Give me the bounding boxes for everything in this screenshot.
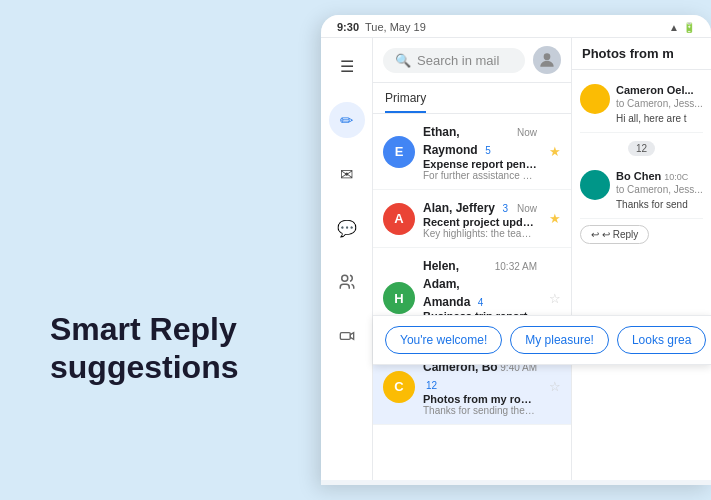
email-body: Ethan, Raymond 5 Now Expense report pend… <box>423 122 537 181</box>
reply-icon: ↩ <box>591 229 599 240</box>
star-empty-icon[interactable]: ☆ <box>549 291 561 306</box>
smart-reply-button-1[interactable]: You're welcome! <box>385 326 502 354</box>
right-meta: to Cameron, Jess... <box>616 98 703 109</box>
reply-label: ↩ Reply <box>602 229 638 240</box>
email-preview: Thanks for sending them along... <box>423 405 537 416</box>
hero-text: Smart Reply suggestions <box>50 310 238 387</box>
hero-line1: Smart Reply <box>50 310 238 348</box>
status-bar: 9:30 Tue, May 19 ▲ 🔋 <box>321 15 711 38</box>
star-icon[interactable]: ★ <box>549 144 561 159</box>
avatar: C <box>383 371 415 403</box>
compose-icon[interactable]: ✏ <box>329 102 365 138</box>
reply-button[interactable]: ↩ ↩ Reply <box>580 225 649 244</box>
menu-icon[interactable]: ☰ <box>329 48 365 84</box>
search-bar: 🔍 Search in mail <box>373 38 571 83</box>
chat-icon[interactable]: 💬 <box>329 210 365 246</box>
status-date: Tue, May 19 <box>365 21 426 33</box>
right-email-body: Bo Chen 10:0C to Cameron, Jess... Thanks… <box>616 170 703 212</box>
email-sender: Alan, Jeffery <box>423 201 495 215</box>
email-subject: Expense report pending <box>423 158 537 170</box>
email-sender: Ethan, Raymond <box>423 125 478 157</box>
email-preview: Key highlights: the team has... <box>423 228 537 239</box>
main-content: 🔍 Search in mail Primary E <box>373 38 571 480</box>
right-avatar <box>580 84 610 114</box>
right-email-item: Cameron Oel... to Cameron, Jess... Hi al… <box>580 78 703 133</box>
email-sender: Helen, Adam, Amanda <box>423 259 470 309</box>
email-list: E Ethan, Raymond 5 Now Expense report pe… <box>373 114 571 480</box>
smart-reply-button-2[interactable]: My pleasure! <box>510 326 571 354</box>
avatar: H <box>383 282 415 314</box>
email-item[interactable]: E Ethan, Raymond 5 Now Expense report pe… <box>373 114 571 190</box>
email-subject: Recent project updates <box>423 216 537 228</box>
svg-rect-1 <box>340 333 350 340</box>
email-subject: Photos from my road trip <box>423 393 537 405</box>
star-empty-icon[interactable]: ☆ <box>549 379 561 394</box>
email-body: Alan, Jeffery 3 Now Recent project updat… <box>423 198 537 239</box>
video-icon[interactable] <box>329 318 365 354</box>
email-count: 4 <box>478 297 484 308</box>
wifi-icon: ▲ <box>669 22 679 33</box>
avatar: E <box>383 136 415 168</box>
email-time: Now <box>517 203 537 214</box>
email-time: Now <box>517 127 537 138</box>
email-count: 5 <box>485 145 491 156</box>
sidebar: ☰ ✏ ✉ 💬 <box>321 38 373 480</box>
right-email-body: Cameron Oel... to Cameron, Jess... Hi al… <box>616 84 703 126</box>
right-preview: Hi all, here are t <box>616 112 703 126</box>
email-count: 3 <box>502 203 508 214</box>
svg-marker-2 <box>350 333 353 340</box>
hero-line2: suggestions <box>50 348 238 386</box>
avatar: A <box>383 203 415 235</box>
battery-icon: 🔋 <box>683 22 695 33</box>
svg-point-0 <box>341 275 347 281</box>
email-time: 10:32 AM <box>495 261 537 272</box>
right-email-item: Bo Chen 10:0C to Cameron, Jess... Thanks… <box>580 164 703 219</box>
status-time: 9:30 <box>337 21 359 33</box>
search-input-wrap[interactable]: 🔍 Search in mail <box>383 48 525 73</box>
right-sender: Cameron Oel... <box>616 84 703 96</box>
right-panel-title: Photos from m <box>572 38 711 70</box>
email-item[interactable]: A Alan, Jeffery 3 Now Recent project upd… <box>373 190 571 248</box>
device-mockup: 9:30 Tue, May 19 ▲ 🔋 ☰ ✏ ✉ 💬 <box>321 15 711 485</box>
right-sender: Bo Chen 10:0C <box>616 170 703 182</box>
email-item[interactable]: L Lauren, Alan, Susan 32 7:15 AM Present… <box>373 475 571 480</box>
app-layout: ☰ ✏ ✉ 💬 🔍 Search in mai <box>321 38 711 480</box>
smart-reply-strip: You're welcome! My pleasure! Looks grea <box>373 315 571 365</box>
mail-icon[interactable]: ✉ <box>329 156 365 192</box>
right-panel: Photos from m Cameron Oel... to Cameron,… <box>571 38 711 480</box>
email-preview: For further assistance please... <box>423 170 537 181</box>
email-body: Cameron, Bo 12 9:40 AM Photos from my ro… <box>423 357 537 416</box>
people-icon[interactable] <box>329 264 365 300</box>
right-preview: Thanks for send <box>616 198 703 212</box>
right-panel-content: Cameron Oel... to Cameron, Jess... Hi al… <box>572 70 711 480</box>
star-icon[interactable]: ★ <box>549 211 561 226</box>
date-badge: 12 <box>628 141 655 156</box>
email-count: 12 <box>426 380 437 391</box>
user-avatar[interactable] <box>533 46 561 74</box>
svg-point-3 <box>544 53 551 60</box>
right-avatar <box>580 170 610 200</box>
tab-bar: Primary <box>373 83 571 114</box>
search-icon: 🔍 <box>395 53 411 68</box>
right-meta: to Cameron, Jess... <box>616 184 703 195</box>
search-placeholder: Search in mail <box>417 53 499 68</box>
tab-primary[interactable]: Primary <box>385 87 426 113</box>
